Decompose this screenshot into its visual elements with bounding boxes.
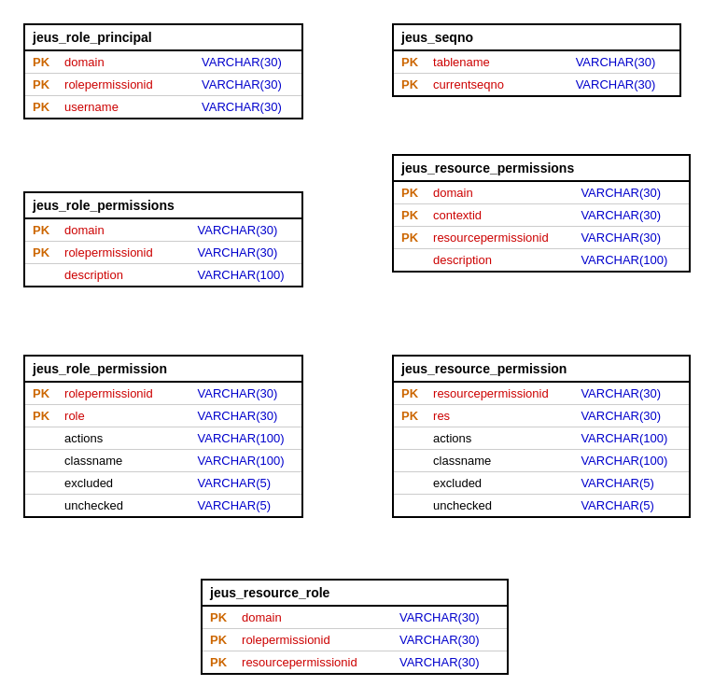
field-type: VARCHAR(100) xyxy=(190,450,301,472)
field-type: VARCHAR(30) xyxy=(392,607,507,629)
table-jeus_role_permission: jeus_role_permissionPKrolepermissionidVA… xyxy=(23,355,303,518)
pk-indicator xyxy=(394,249,426,272)
pk-indicator: PK xyxy=(394,51,426,74)
field-name: rolepermissionid xyxy=(57,242,190,264)
field-name: rolepermissionid xyxy=(57,74,194,96)
field-type: VARCHAR(30) xyxy=(190,383,301,405)
table-row: descriptionVARCHAR(100) xyxy=(25,264,301,287)
field-type: VARCHAR(5) xyxy=(573,495,689,517)
table-row: excludedVARCHAR(5) xyxy=(25,472,301,495)
field-name: classname xyxy=(57,450,190,472)
table-row: PKrolepermissionidVARCHAR(30) xyxy=(25,242,301,264)
table-jeus_resource_permissions: jeus_resource_permissionsPKdomainVARCHAR… xyxy=(392,154,691,273)
field-type: VARCHAR(30) xyxy=(568,51,679,74)
field-type: VARCHAR(5) xyxy=(573,472,689,495)
field-name: domain xyxy=(57,219,190,242)
field-type: VARCHAR(30) xyxy=(190,242,301,264)
pk-indicator xyxy=(25,472,57,495)
pk-indicator: PK xyxy=(25,51,57,74)
table-row: PKcontextidVARCHAR(30) xyxy=(394,204,689,227)
pk-indicator: PK xyxy=(25,96,57,119)
field-name: rolepermissionid xyxy=(57,383,190,405)
field-name: res xyxy=(426,405,573,427)
pk-indicator: PK xyxy=(394,182,426,204)
pk-indicator xyxy=(394,472,426,495)
pk-indicator: PK xyxy=(203,629,234,651)
field-name: currentseqno xyxy=(426,74,568,96)
pk-indicator: PK xyxy=(394,74,426,96)
pk-indicator: PK xyxy=(25,219,57,242)
pk-indicator: PK xyxy=(394,204,426,227)
table-title-jeus_resource_permissions: jeus_resource_permissions xyxy=(394,156,689,182)
field-type: VARCHAR(30) xyxy=(194,74,301,96)
field-name: classname xyxy=(426,450,573,472)
field-type: VARCHAR(5) xyxy=(190,472,301,495)
field-type: VARCHAR(30) xyxy=(568,74,679,96)
field-name: description xyxy=(426,249,573,272)
table-title-jeus_resource_role: jeus_resource_role xyxy=(203,581,507,607)
field-type: VARCHAR(100) xyxy=(190,427,301,450)
table-title-jeus_role_permission: jeus_role_permission xyxy=(25,357,301,383)
table-row: PKdomainVARCHAR(30) xyxy=(25,51,301,74)
table-row: PKusernameVARCHAR(30) xyxy=(25,96,301,119)
pk-indicator xyxy=(394,427,426,450)
table-row: descriptionVARCHAR(100) xyxy=(394,249,689,272)
field-type: VARCHAR(100) xyxy=(573,249,689,272)
table-row: PKdomainVARCHAR(30) xyxy=(394,182,689,204)
field-type: VARCHAR(30) xyxy=(392,629,507,651)
table-row: actionsVARCHAR(100) xyxy=(25,427,301,450)
table-row: PKresourcepermissionidVARCHAR(30) xyxy=(203,651,507,674)
pk-indicator xyxy=(25,427,57,450)
pk-indicator xyxy=(394,495,426,517)
pk-indicator: PK xyxy=(25,74,57,96)
field-name: resourcepermissionid xyxy=(426,383,573,405)
field-type: VARCHAR(30) xyxy=(194,96,301,119)
pk-indicator: PK xyxy=(203,607,234,629)
table-title-jeus_role_principal: jeus_role_principal xyxy=(25,25,301,51)
field-name: unchecked xyxy=(57,495,190,517)
table-row: PKrolepermissionidVARCHAR(30) xyxy=(25,74,301,96)
table-jeus_seqno: jeus_seqnoPKtablenameVARCHAR(30)PKcurren… xyxy=(392,23,681,97)
pk-indicator xyxy=(25,264,57,287)
table-jeus_resource_permission: jeus_resource_permissionPKresourcepermis… xyxy=(392,355,691,518)
field-name: unchecked xyxy=(426,495,573,517)
field-type: VARCHAR(30) xyxy=(573,204,689,227)
diagram-container: jeus_role_principalPKdomainVARCHAR(30)PK… xyxy=(19,19,709,681)
field-name: tablename xyxy=(426,51,568,74)
field-type: VARCHAR(100) xyxy=(573,450,689,472)
pk-indicator: PK xyxy=(25,383,57,405)
table-row: excludedVARCHAR(5) xyxy=(394,472,689,495)
table-title-jeus_role_permissions: jeus_role_permissions xyxy=(25,193,301,219)
field-type: VARCHAR(30) xyxy=(190,219,301,242)
field-type: VARCHAR(5) xyxy=(190,495,301,517)
field-type: VARCHAR(30) xyxy=(573,383,689,405)
pk-indicator xyxy=(394,450,426,472)
field-type: VARCHAR(30) xyxy=(573,182,689,204)
field-type: VARCHAR(30) xyxy=(190,405,301,427)
table-row: actionsVARCHAR(100) xyxy=(394,427,689,450)
field-name: domain xyxy=(426,182,573,204)
table-row: PKresVARCHAR(30) xyxy=(394,405,689,427)
table-row: PKdomainVARCHAR(30) xyxy=(25,219,301,242)
pk-indicator: PK xyxy=(394,383,426,405)
pk-indicator: PK xyxy=(394,405,426,427)
field-name: description xyxy=(57,264,190,287)
field-name: domain xyxy=(57,51,194,74)
field-name: username xyxy=(57,96,194,119)
table-row: PKcurrentseqnoVARCHAR(30) xyxy=(394,74,679,96)
field-name: role xyxy=(57,405,190,427)
table-row: PKresourcepermissionidVARCHAR(30) xyxy=(394,383,689,405)
field-type: VARCHAR(30) xyxy=(392,651,507,674)
field-type: VARCHAR(100) xyxy=(573,427,689,450)
table-row: PKresourcepermissionidVARCHAR(30) xyxy=(394,227,689,249)
pk-indicator: PK xyxy=(394,227,426,249)
table-row: PKdomainVARCHAR(30) xyxy=(203,607,507,629)
pk-indicator xyxy=(25,450,57,472)
table-row: PKroleVARCHAR(30) xyxy=(25,405,301,427)
field-name: excluded xyxy=(426,472,573,495)
table-row: uncheckedVARCHAR(5) xyxy=(25,495,301,517)
pk-indicator: PK xyxy=(25,242,57,264)
table-row: classnameVARCHAR(100) xyxy=(394,450,689,472)
field-type: VARCHAR(30) xyxy=(573,405,689,427)
table-row: classnameVARCHAR(100) xyxy=(25,450,301,472)
